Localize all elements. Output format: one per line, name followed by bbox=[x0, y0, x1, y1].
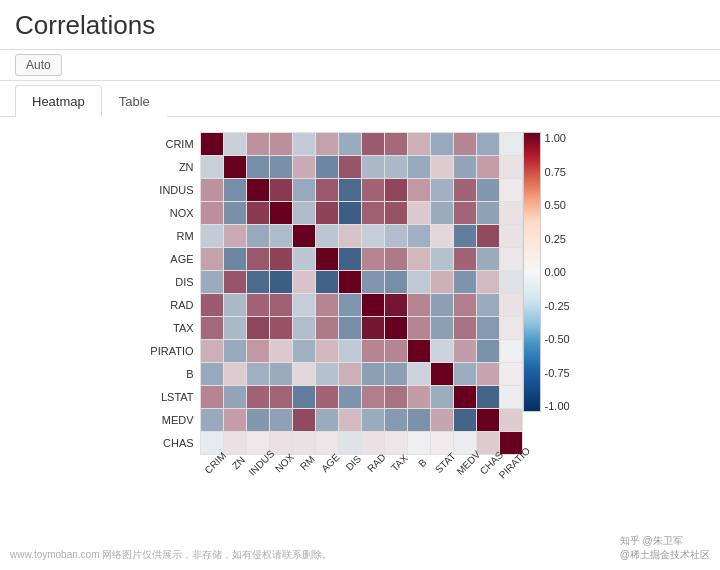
heatmap-cell bbox=[385, 156, 407, 178]
y-label: INDUS bbox=[150, 179, 193, 201]
heatmap-cell bbox=[293, 340, 315, 362]
heatmap-cell bbox=[431, 340, 453, 362]
y-label: DIS bbox=[150, 271, 193, 293]
y-label: MEDV bbox=[150, 409, 193, 431]
legend-labels: 1.000.750.500.250.00-0.25-0.50-0.75-1.00 bbox=[545, 132, 570, 412]
heatmap-cell bbox=[454, 133, 476, 155]
heatmap-cell bbox=[247, 340, 269, 362]
heatmap-cell bbox=[362, 317, 384, 339]
legend-bar bbox=[523, 132, 541, 412]
heatmap-cell bbox=[431, 156, 453, 178]
heatmap-cell bbox=[431, 363, 453, 385]
heatmap-cell bbox=[477, 294, 499, 316]
heatmap-cell bbox=[431, 294, 453, 316]
heatmap-cell bbox=[293, 271, 315, 293]
heatmap-cell bbox=[477, 156, 499, 178]
heatmap-cell bbox=[224, 363, 246, 385]
legend-value: -1.00 bbox=[545, 400, 570, 412]
heatmap-container: CRIMZNINDUSNOXRMAGEDISRADTAXPIRATIOBLSTA… bbox=[150, 132, 522, 514]
heatmap-cell bbox=[408, 363, 430, 385]
heatmap-cell bbox=[270, 156, 292, 178]
heatmap-cell bbox=[362, 202, 384, 224]
heatmap-cell bbox=[408, 386, 430, 408]
heatmap-cell bbox=[201, 409, 223, 431]
toolbar: Auto bbox=[0, 49, 720, 81]
heatmap-cell bbox=[408, 133, 430, 155]
heatmap-cell bbox=[339, 409, 361, 431]
heatmap-cell bbox=[362, 271, 384, 293]
heatmap-cell bbox=[270, 340, 292, 362]
heatmap-cell bbox=[270, 248, 292, 270]
heatmap-cell bbox=[224, 271, 246, 293]
heatmap-cell bbox=[224, 248, 246, 270]
heatmap-cell bbox=[224, 317, 246, 339]
heatmap-cell bbox=[316, 271, 338, 293]
heatmap-cell bbox=[293, 294, 315, 316]
heatmap-cell bbox=[362, 156, 384, 178]
heatmap-grid-area: CRIMZNINDUSNOXRMAGEDISRADTAXBSTATMEDVCHA… bbox=[200, 132, 523, 514]
heatmap-cell bbox=[454, 156, 476, 178]
heatmap-cell bbox=[385, 409, 407, 431]
heatmap-cell bbox=[431, 179, 453, 201]
heatmap-cell bbox=[247, 363, 269, 385]
heatmap-cell bbox=[201, 225, 223, 247]
heatmap-grid bbox=[200, 132, 523, 455]
heatmap-cell bbox=[385, 133, 407, 155]
heatmap-cell bbox=[454, 202, 476, 224]
tabs-bar: Heatmap Table bbox=[0, 85, 720, 117]
heatmap-cell bbox=[270, 409, 292, 431]
heatmap-cell bbox=[247, 248, 269, 270]
heatmap-cell bbox=[247, 225, 269, 247]
heatmap-cell bbox=[270, 294, 292, 316]
heatmap-cell bbox=[431, 317, 453, 339]
heatmap-cell bbox=[270, 386, 292, 408]
heatmap-cell bbox=[408, 340, 430, 362]
heatmap-cell bbox=[385, 225, 407, 247]
heatmap-cell bbox=[316, 294, 338, 316]
heatmap-cell bbox=[362, 363, 384, 385]
heatmap-cell bbox=[224, 294, 246, 316]
heatmap-cell bbox=[385, 317, 407, 339]
watermark2: 知乎 @朱卫军@稀土掘金技术社区 bbox=[620, 534, 710, 562]
heatmap-cell bbox=[201, 386, 223, 408]
heatmap-cell bbox=[293, 156, 315, 178]
heatmap-cell bbox=[339, 202, 361, 224]
heatmap-cell bbox=[224, 133, 246, 155]
heatmap-cell bbox=[500, 294, 522, 316]
heatmap-cell bbox=[431, 133, 453, 155]
heatmap-cell bbox=[408, 179, 430, 201]
heatmap-cell bbox=[362, 225, 384, 247]
heatmap-cell bbox=[270, 225, 292, 247]
heatmap-cell bbox=[293, 386, 315, 408]
heatmap-cell bbox=[500, 363, 522, 385]
heatmap-cell bbox=[339, 179, 361, 201]
heatmap-cell bbox=[454, 225, 476, 247]
y-label: LSTAT bbox=[150, 386, 193, 408]
y-label: B bbox=[150, 363, 193, 385]
heatmap-cell bbox=[201, 271, 223, 293]
heatmap-cell bbox=[293, 179, 315, 201]
heatmap-cell bbox=[385, 340, 407, 362]
legend-row: 1.000.750.500.250.00-0.25-0.50-0.75-1.00 bbox=[523, 132, 570, 412]
heatmap-cell bbox=[293, 202, 315, 224]
main-content: CRIMZNINDUSNOXRMAGEDISRADTAXPIRATIOBLSTA… bbox=[0, 117, 720, 524]
heatmap-cell bbox=[500, 340, 522, 362]
heatmap-cell bbox=[293, 225, 315, 247]
heatmap-cell bbox=[247, 386, 269, 408]
chart-wrapper: CRIMZNINDUSNOXRMAGEDISRADTAXPIRATIOBLSTA… bbox=[150, 132, 569, 514]
heatmap-cell bbox=[500, 409, 522, 431]
heatmap-cell bbox=[270, 133, 292, 155]
tab-table[interactable]: Table bbox=[102, 85, 167, 117]
heatmap-cell bbox=[201, 363, 223, 385]
heatmap-cell bbox=[270, 179, 292, 201]
y-label: CRIM bbox=[150, 133, 193, 155]
heatmap-cell bbox=[224, 386, 246, 408]
heatmap-cell bbox=[316, 248, 338, 270]
heatmap-cell bbox=[385, 363, 407, 385]
heatmap-cell bbox=[477, 179, 499, 201]
heatmap-cell bbox=[477, 340, 499, 362]
tab-heatmap[interactable]: Heatmap bbox=[15, 85, 102, 117]
heatmap-cell bbox=[339, 133, 361, 155]
heatmap-cell bbox=[316, 363, 338, 385]
heatmap-cell bbox=[362, 409, 384, 431]
